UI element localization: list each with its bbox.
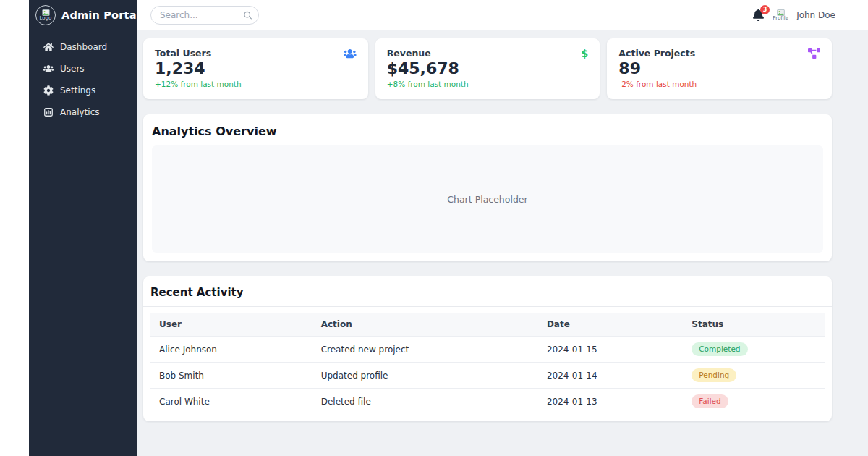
- recent-activity-panel: Recent Activity User Action Date Status: [143, 276, 832, 421]
- bar-chart-icon: [43, 107, 54, 117]
- logo-image: Logo: [35, 5, 56, 25]
- cell-user: Bob Smith: [150, 363, 312, 389]
- stat-change: +8% from last month: [387, 80, 589, 88]
- cell-date: 2024-01-13: [538, 389, 683, 415]
- analytics-title: Analytics Overview: [152, 124, 823, 138]
- cell-action: Created new project: [312, 337, 538, 363]
- table-row: Alice Johnson Created new project 2024-0…: [150, 337, 825, 363]
- search-box: [150, 6, 259, 25]
- column-header-action: Action: [312, 313, 538, 337]
- cell-user: Carol White: [150, 389, 312, 415]
- gear-icon: [43, 85, 54, 96]
- main-area: 3 Profile John Doe Total Users: [137, 0, 868, 456]
- stat-value: $45,678: [387, 60, 589, 77]
- status-badge: Failed: [692, 394, 728, 408]
- users-icon: [344, 48, 357, 59]
- stat-title: Total Users: [155, 48, 211, 59]
- home-icon: [43, 42, 54, 52]
- user-area: 3 Profile John Doe: [753, 7, 835, 24]
- notifications-button[interactable]: 3: [753, 9, 765, 22]
- stat-card-total-users: Total Users 1,234 +12% from last month: [143, 38, 368, 99]
- project-diagram-icon: [808, 48, 821, 59]
- logo-alt-text: Logo: [40, 16, 52, 21]
- topbar: 3 Profile John Doe: [137, 0, 868, 30]
- stat-change: +12% from last month: [155, 80, 357, 88]
- cell-action: Deleted file: [312, 389, 538, 415]
- activity-table-wrap: User Action Date Status Alice Johnson Cr…: [143, 307, 832, 421]
- recent-activity-title: Recent Activity: [150, 286, 244, 299]
- column-header-date: Date: [538, 313, 683, 337]
- analytics-panel: Analytics Overview Chart Placeholder: [143, 114, 832, 261]
- content: Total Users 1,234 +12% from last month R…: [137, 30, 868, 421]
- column-header-user: User: [150, 313, 312, 337]
- table-row: Carol White Deleted file 2024-01-13 Fail…: [150, 389, 825, 415]
- dollar-icon: $: [582, 48, 589, 59]
- sidebar-item-label: Dashboard: [60, 42, 107, 52]
- chart-placeholder-text: Chart Placeholder: [447, 194, 527, 205]
- sidebar: Logo Admin Portal Dashboard Users Settin…: [29, 0, 137, 456]
- stat-title: Active Projects: [618, 48, 695, 59]
- status-badge: Completed: [692, 342, 747, 356]
- sidebar-item-label: Settings: [60, 85, 95, 96]
- app-title: Admin Portal: [61, 9, 140, 21]
- status-badge: Pending: [692, 368, 736, 382]
- user-name: John Doe: [796, 10, 835, 20]
- notification-count-badge: 3: [760, 5, 770, 14]
- brand: Logo Admin Portal: [29, 0, 137, 30]
- stats-row: Total Users 1,234 +12% from last month R…: [143, 38, 832, 99]
- cell-user: Alice Johnson: [150, 337, 312, 363]
- stat-card-revenue: Revenue $ $45,678 +8% from last month: [375, 38, 600, 99]
- cell-date: 2024-01-14: [538, 363, 683, 389]
- cell-date: 2024-01-15: [538, 337, 683, 363]
- sidebar-item-label: Users: [60, 64, 85, 74]
- column-header-status: Status: [683, 313, 825, 337]
- stat-value: 89: [618, 60, 820, 77]
- table-row: Bob Smith Updated profile 2024-01-14 Pen…: [150, 363, 825, 389]
- cell-action: Updated profile: [312, 363, 538, 389]
- avatar-alt-text: Profile: [773, 16, 788, 21]
- users-icon: [43, 64, 54, 74]
- stat-card-active-projects: Active Projects 89 -2% from last month: [607, 38, 832, 99]
- activity-table: User Action Date Status Alice Johnson Cr…: [150, 313, 825, 414]
- sidebar-item-dashboard[interactable]: Dashboard: [29, 36, 137, 58]
- sidebar-item-settings[interactable]: Settings: [29, 80, 137, 101]
- table-header-row: User Action Date Status: [150, 313, 825, 337]
- sidebar-item-analytics[interactable]: Analytics: [29, 101, 137, 123]
- stat-change: -2% from last month: [618, 80, 820, 88]
- sidebar-item-users[interactable]: Users: [29, 58, 137, 80]
- sidebar-item-label: Analytics: [60, 107, 100, 117]
- chart-placeholder-box: Chart Placeholder: [152, 145, 823, 253]
- sidebar-nav: Dashboard Users Settings Analytics: [29, 36, 137, 123]
- stat-value: 1,234: [155, 60, 357, 77]
- search-icon: [243, 10, 252, 20]
- avatar[interactable]: Profile: [772, 7, 789, 24]
- recent-activity-header: Recent Activity: [143, 276, 832, 307]
- stat-title: Revenue: [387, 48, 431, 59]
